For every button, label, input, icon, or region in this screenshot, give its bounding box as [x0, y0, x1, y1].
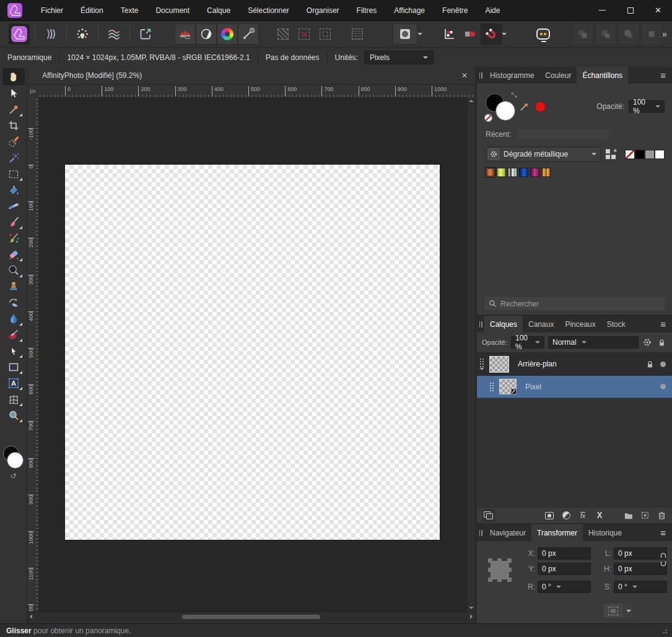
- ruler-units-corner[interactable]: px: [27, 85, 38, 97]
- view-mode-dropdown[interactable]: [417, 24, 422, 45]
- shear-select[interactable]: 0 °: [614, 581, 667, 593]
- horizontal-scroll-thumb[interactable]: [182, 615, 321, 619]
- panel-menu-icon[interactable]: ≡: [654, 316, 672, 332]
- clone-brush-tool[interactable]: [2, 279, 25, 295]
- duplicate-layer-button[interactable]: [482, 509, 495, 522]
- add-swatch-icon[interactable]: +: [606, 149, 617, 160]
- tab-canaux[interactable]: Canaux: [523, 316, 559, 332]
- menu-filtres[interactable]: Filtres: [348, 1, 386, 20]
- gradient-tool[interactable]: [2, 198, 25, 214]
- layer-thumbnail[interactable]: [489, 356, 509, 373]
- snapping-button[interactable]: [481, 24, 502, 45]
- move-tool[interactable]: [2, 85, 25, 102]
- horizontal-scrollbar[interactable]: [27, 612, 475, 621]
- node-tool[interactable]: [2, 343, 25, 359]
- tab-historique[interactable]: Historique: [583, 524, 627, 541]
- window-resize-grip[interactable]: [660, 626, 668, 635]
- vertical-scrollbar[interactable]: [466, 97, 475, 612]
- gradient-swatch-copper[interactable]: [486, 168, 495, 177]
- anchor-point-selector[interactable]: [491, 561, 509, 579]
- quick-swatch-none[interactable]: [625, 150, 635, 159]
- canvas-background[interactable]: [38, 97, 466, 612]
- photo-persona-button[interactable]: [9, 24, 30, 45]
- scroll-left-arrow[interactable]: [30, 614, 32, 619]
- panel-menu-icon[interactable]: ≡: [654, 67, 672, 84]
- menu-calque[interactable]: Calque: [198, 1, 239, 20]
- picked-colour-swatch[interactable]: [535, 102, 546, 112]
- layer-visibility-toggle[interactable]: [660, 362, 666, 367]
- develop-persona-button[interactable]: [72, 24, 93, 45]
- dodge-brush-tool[interactable]: [2, 262, 25, 279]
- panel-menu-icon[interactable]: ≡: [654, 524, 672, 541]
- assistant-options-button[interactable]: [439, 24, 460, 45]
- auto-contrast-button[interactable]: [196, 24, 217, 45]
- arrange-forward-button[interactable]: [618, 24, 639, 45]
- expand-chevron-icon[interactable]: [479, 368, 484, 370]
- gradient-swatch-magenta[interactable]: [530, 168, 539, 177]
- paint-brush-tool[interactable]: [2, 214, 25, 230]
- secondary-colour-swatch[interactable]: [7, 452, 24, 469]
- layer-thumbnail[interactable]: [499, 379, 517, 394]
- swatch-opacity-select[interactable]: 100 %: [629, 100, 665, 113]
- export-persona-button[interactable]: [135, 24, 156, 45]
- y-input[interactable]: 0 px: [538, 563, 591, 575]
- rotation-select[interactable]: 0 °: [538, 581, 591, 593]
- recent-colours-strip[interactable]: [517, 129, 609, 139]
- vertical-scroll-track[interactable]: [469, 105, 474, 604]
- view-tool[interactable]: [2, 68, 25, 85]
- mesh-warp-tool[interactable]: [2, 391, 25, 407]
- maximize-button[interactable]: [616, 0, 644, 20]
- no-colour-swatch[interactable]: [484, 114, 492, 122]
- tone-mapping-persona-button[interactable]: [103, 24, 124, 45]
- assistant-button[interactable]: [533, 24, 554, 45]
- menu-fenetre[interactable]: Fenêtre: [434, 1, 476, 20]
- scroll-down-arrow[interactable]: [469, 607, 474, 609]
- document-tab-title[interactable]: AffinityPhoto [Modifié] (59.2%): [42, 71, 142, 80]
- blend-options-gear-icon[interactable]: [642, 337, 653, 348]
- marquee-tool[interactable]: [2, 166, 25, 182]
- panel-drag-grip[interactable]: [477, 67, 484, 84]
- menu-organiser[interactable]: Organiser: [298, 1, 348, 20]
- layer-drag-handle[interactable]: [487, 376, 497, 397]
- quick-swatch-000000[interactable]: [635, 150, 645, 159]
- undo-brush-tool[interactable]: [2, 295, 25, 311]
- scroll-up-arrow[interactable]: [469, 100, 474, 102]
- tab-calques[interactable]: Calques: [484, 316, 523, 332]
- selection-invert-button[interactable]: [315, 24, 336, 45]
- layer-row-pixel[interactable]: Pixel: [477, 376, 672, 398]
- gradient-swatch-blue-steel[interactable]: [519, 168, 528, 177]
- tab-stock[interactable]: Stock: [601, 316, 631, 332]
- mask-layer-button[interactable]: [544, 510, 555, 521]
- gradient-swatch-gold-green[interactable]: [497, 168, 506, 177]
- tab-pinceaux[interactable]: Pinceaux: [559, 316, 601, 332]
- tab-histogramme[interactable]: Histogramme: [484, 67, 539, 84]
- layer-effects-button[interactable]: X: [594, 510, 605, 521]
- crop-tool[interactable]: [2, 118, 25, 134]
- panel-drag-grip[interactable]: [477, 316, 484, 332]
- lock-layer-icon[interactable]: [657, 337, 667, 348]
- active-colour-selector[interactable]: ⤡: [486, 92, 518, 121]
- document-canvas[interactable]: [65, 165, 440, 540]
- flood-select-tool[interactable]: [2, 150, 25, 166]
- adjustment-layer-button[interactable]: [561, 510, 572, 521]
- layer-lock-icon[interactable]: [645, 358, 654, 370]
- layer-name[interactable]: Pixel: [525, 383, 541, 391]
- toolbar-overflow-chevron[interactable]: »: [662, 29, 667, 39]
- units-select[interactable]: Pixels: [364, 51, 434, 64]
- flood-fill-tool[interactable]: [2, 182, 25, 198]
- gear-icon[interactable]: [488, 149, 499, 160]
- colour-replacement-brush-tool[interactable]: [2, 230, 25, 246]
- liquify-persona-button[interactable]: [40, 24, 61, 45]
- scroll-right-arrow[interactable]: [470, 614, 473, 619]
- layer-opacity-select[interactable]: 100 %: [511, 336, 544, 349]
- gradient-swatch-silver[interactable]: [508, 168, 517, 177]
- menu-aide[interactable]: Aide: [476, 1, 508, 20]
- arrange-front-button[interactable]: [641, 24, 662, 45]
- close-button[interactable]: ✕: [644, 0, 672, 20]
- panel-drag-grip[interactable]: [477, 524, 484, 541]
- x-input[interactable]: 0 px: [538, 547, 591, 560]
- quick-swatch-9a9a9a[interactable]: [645, 150, 655, 159]
- layer-visibility-toggle[interactable]: [660, 384, 666, 389]
- insert-behind-button[interactable]: [639, 510, 650, 521]
- layer-drag-handle[interactable]: [477, 353, 487, 375]
